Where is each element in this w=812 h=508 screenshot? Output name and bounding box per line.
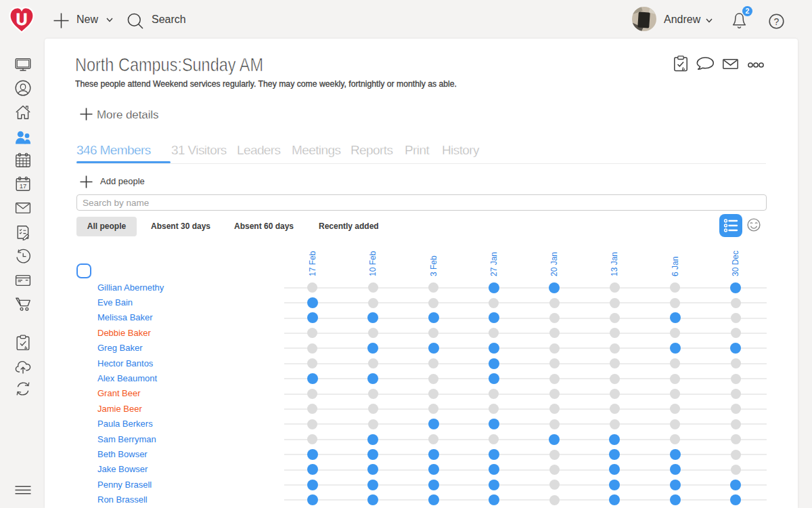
svg-text:?: ? [774,16,780,27]
svg-text:These people attend Weekend se: These people attend Weekend services reg… [75,79,457,89]
svg-text:U: U [16,11,28,28]
svg-text:17: 17 [20,182,27,190]
svg-text:North Campus:Sunday AM: North Campus:Sunday AM [75,54,263,75]
